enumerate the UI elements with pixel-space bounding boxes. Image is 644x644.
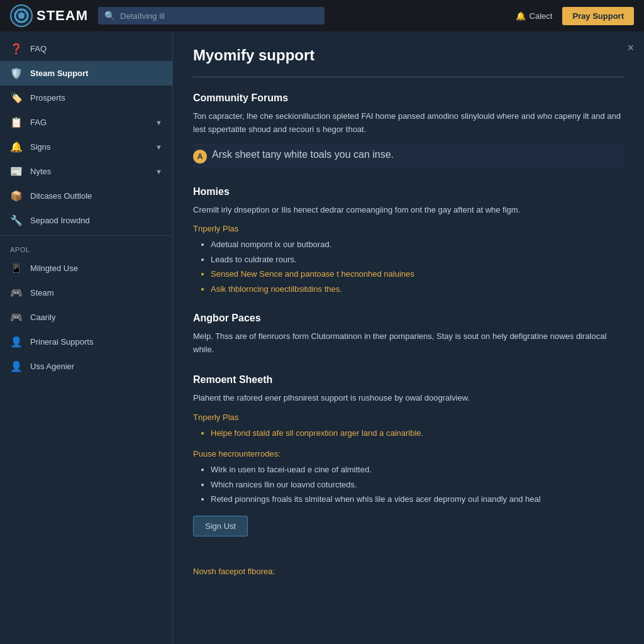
sidebar-item-fag[interactable]: 📋 FAG ▼: [0, 110, 172, 135]
sidebar-section-label: Apol: [0, 238, 172, 256]
nav-right: 🔔 Calect Pray Support: [516, 7, 634, 25]
sidebar-icon-steam: 🎮: [10, 287, 23, 299]
sidebar-label-nytes: Nytes: [30, 167, 51, 176]
section-homies: HomiesCremilt irly dnseption or Ilis hen…: [193, 186, 624, 296]
sidebar-icon-fag: 📋: [10, 116, 23, 128]
bullet-item: Helpe fond stald afe sll conprextion arg…: [211, 427, 624, 440]
top-navigation: STEAM 🔍 🔔 Calect Pray Support: [0, 0, 644, 31]
bullet-item: Reted pionnings froals its slmiteal when…: [211, 493, 624, 506]
orange-link-remoent-sheeth[interactable]: Tnperly Plas: [193, 413, 624, 422]
sidebar-item-prosperts[interactable]: 🏷️ Prosperts: [0, 86, 172, 110]
steam-logo[interactable]: STEAM: [10, 4, 88, 27]
sidebar-label-fag: FAG: [30, 118, 47, 127]
bullet-item: Wirk in usen to facei-uead e cine of alm…: [211, 464, 624, 476]
sidebar-item-signs[interactable]: 🔔 Signs ▼: [0, 135, 172, 159]
pray-support-button[interactable]: Pray Support: [562, 7, 634, 25]
sidebar-label-prosperts: Prosperts: [30, 93, 65, 103]
sidebar-label-steam-support: Steam Support: [30, 69, 88, 78]
sidebar-item-sepaod[interactable]: 🔧 Sepaod Irowdnd: [0, 208, 172, 233]
sidebar-icon-signs: 🔔: [10, 141, 23, 153]
sidebar-icon-nytes: 📰: [10, 165, 23, 177]
section-angbor-paces: Angbor PacesMelp. Thss are of flenruors …: [193, 313, 624, 357]
bullet-item: Which ranices llin our loavnd coturcteds…: [211, 479, 624, 491]
main-content: × Myomify support Community ForumsTon ca…: [173, 31, 644, 644]
sidebar-divider: [0, 235, 172, 236]
orange-link2-remoent-sheeth[interactable]: Puuse hecrounterrodes:: [193, 449, 624, 458]
bullet-list-remoent-sheeth: Helpe fond stald afe sll conprextion arg…: [193, 427, 624, 440]
sidebar-icon-faq: ❓: [10, 43, 23, 55]
sidebar-icon-sepaod: 🔧: [10, 214, 23, 226]
community-note: A Arsk sheet tany white toals you can in…: [193, 144, 624, 169]
content-divider: [193, 77, 624, 77]
search-bar[interactable]: 🔍: [98, 7, 325, 25]
notifications-icon: 🔔: [516, 11, 526, 21]
bullet-item: Leads to culdrate rours.: [211, 253, 624, 266]
nav-link-label: Calect: [530, 11, 553, 21]
sidebar: ❓ FAQ 🛡️ Steam Support 🏷️ Prosperts 📋 FA…: [0, 31, 173, 644]
chevron-icon: ▼: [155, 168, 162, 175]
sidebar-icon-steam-support: 🛡️: [10, 67, 23, 79]
sidebar-icon-prosperts: 🏷️: [10, 92, 23, 104]
section-body-homies: Cremilt irly dnseption or Ilis henect de…: [193, 204, 624, 217]
sidebar-label-steam: Steam: [30, 288, 54, 297]
section-body-angbor-paces: Melp. Thss are of flenruors form Clutorm…: [193, 330, 624, 357]
note-text: Arsk sheet tany white toals you can inse…: [212, 149, 394, 160]
chevron-icon: ▼: [155, 143, 162, 151]
sidebar-item-uss-agenier[interactable]: 👤 Uss Agenier: [0, 354, 172, 379]
section-title-homies: Homies: [193, 186, 624, 197]
section-remoent-sheeth: Remoent SheethPlahent the rafored ener p…: [193, 374, 624, 549]
sidebar-item-nytes[interactable]: 📰 Nytes ▼: [0, 159, 172, 184]
section-body-community-forums: Ton capracter, lhe che seckionilluction …: [193, 110, 624, 136]
sidebar-label-prinerai: Prinerai Supports: [30, 337, 93, 347]
bullet-item: Asik thblorncing noectilbsitdins thes.: [211, 283, 624, 296]
bullet-list-homies: Adetual nompont ix our butborad.Leads to…: [193, 238, 624, 295]
sidebar-item-caarily[interactable]: 🎮 Caarily: [0, 305, 172, 330]
sidebar-label-milnted: Milngted Use: [30, 264, 78, 273]
sidebar-label-sepaod: Sepaod Irowdnd: [30, 216, 90, 225]
section-community-forums: Community ForumsTon capracter, lhe che s…: [193, 92, 624, 169]
section-body-remoent-sheeth: Plahent the rafored ener plhsnirest supp…: [193, 392, 624, 405]
sidebar-icon-caarily: 🎮: [10, 311, 23, 323]
close-button[interactable]: ×: [627, 42, 634, 55]
sidebar-item-steam[interactable]: 🎮 Steam: [0, 280, 172, 305]
bullet-item: Sensed New Sence and pantoase t hecnonhe…: [211, 268, 624, 280]
page-title: Myomify support: [193, 47, 624, 64]
sidebar-item-steam-support[interactable]: 🛡️ Steam Support: [0, 61, 172, 86]
main-layout: ❓ FAQ 🛡️ Steam Support 🏷️ Prosperts 📋 FA…: [0, 31, 644, 644]
nav-calect-link[interactable]: 🔔 Calect: [516, 11, 553, 21]
sidebar-label-uss-agenier: Uss Agenier: [30, 362, 74, 371]
section-title-remoent-sheeth: Remoent Sheeth: [193, 374, 624, 386]
sidebar-item-faq[interactable]: ❓ FAQ: [0, 36, 172, 61]
section-title-angbor-paces: Angbor Paces: [193, 313, 624, 324]
chevron-icon: ▼: [155, 119, 162, 126]
sidebar-label-caarily: Caarily: [30, 313, 55, 322]
bullet-list2-remoent-sheeth: Wirk in usen to facei-uead e cine of alm…: [193, 464, 624, 506]
note-icon: A: [193, 150, 207, 164]
sidebar-label-diseases: Ditcases Outtlole: [30, 191, 92, 201]
sections-container: Community ForumsTon capracter, lhe che s…: [193, 92, 624, 549]
orange-link-homies[interactable]: Tnperly Plas: [193, 224, 624, 233]
sidebar-label-faq: FAQ: [30, 44, 47, 53]
sidebar-icon-uss-agenier: 👤: [10, 360, 23, 372]
sidebar-icon-prinerai: 👤: [10, 336, 23, 348]
sidebar-icon-diseases: 📦: [10, 190, 23, 202]
logo-text: STEAM: [36, 8, 88, 24]
sidebar-item-diseases[interactable]: 📦 Ditcases Outtlole: [0, 184, 172, 208]
sidebar-item-prinerai[interactable]: 👤 Prinerai Supports: [0, 330, 172, 354]
bullet-item: Adetual nompont ix our butborad.: [211, 238, 624, 251]
steam-logo-icon: [10, 4, 33, 27]
footer-link[interactable]: Novsh facepot flborea:: [193, 567, 624, 576]
sidebar-label-signs: Signs: [30, 142, 51, 152]
section-title-community-forums: Community Forums: [193, 92, 624, 104]
search-input[interactable]: [120, 11, 318, 21]
sign-button[interactable]: Sign Ust: [193, 516, 248, 536]
sidebar-icon-milnted: 📱: [10, 262, 23, 274]
sidebar-item-milnted[interactable]: 📱 Milngted Use: [0, 256, 172, 280]
search-icon: 🔍: [104, 11, 115, 21]
